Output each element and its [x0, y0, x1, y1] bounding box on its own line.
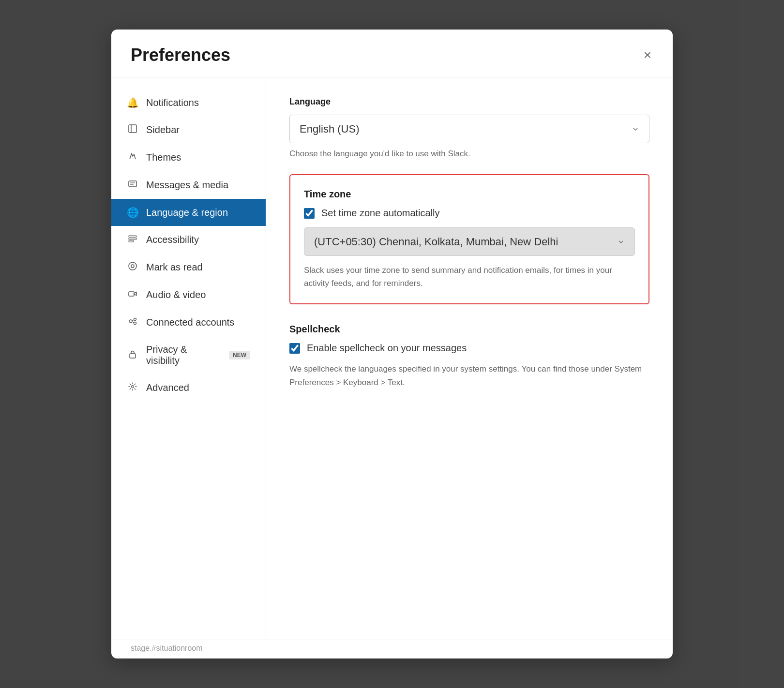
bottom-bar-text: stage.#situationroom: [131, 644, 203, 652]
sidebar-item-advanced[interactable]: Advanced: [111, 374, 266, 402]
svg-rect-0: [129, 125, 136, 133]
timezone-box: Time zone Set time zone automatically (U…: [289, 174, 649, 304]
sidebar-nav: 🔔 Notifications Sidebar: [111, 77, 266, 640]
sidebar-item-privacy-visibility[interactable]: Privacy & visibility NEW: [111, 336, 266, 374]
auto-timezone-row: Set time zone automatically: [304, 208, 635, 219]
sidebar-label-notifications: Notifications: [146, 97, 199, 108]
sidebar-item-mark-as-read[interactable]: Mark as read: [111, 254, 266, 281]
modal-body: 🔔 Notifications Sidebar: [111, 77, 673, 640]
svg-point-11: [129, 320, 132, 323]
privacy-new-badge: NEW: [229, 351, 250, 359]
svg-rect-16: [130, 354, 136, 358]
spellcheck-help-text: We spellcheck the languages specified in…: [289, 362, 649, 389]
messages-media-icon: [127, 179, 138, 191]
modal-title: Preferences: [131, 45, 230, 65]
language-help-text: Choose the language you'd like to use wi…: [289, 149, 649, 159]
svg-rect-6: [129, 238, 136, 239]
accessibility-icon: [127, 234, 138, 246]
sidebar-label-messages-media: Messages & media: [146, 179, 228, 191]
sidebar-label-themes: Themes: [146, 152, 181, 163]
notifications-icon: 🔔: [127, 97, 138, 108]
modal-header: Preferences ×: [111, 30, 673, 77]
sidebar-label-mark-as-read: Mark as read: [146, 262, 203, 273]
language-section-label: Language: [289, 97, 649, 107]
sidebar-item-connected-accounts[interactable]: Connected accounts: [111, 309, 266, 336]
svg-point-17: [132, 386, 134, 388]
svg-point-13: [134, 322, 136, 325]
auto-timezone-checkbox[interactable]: [304, 208, 315, 219]
themes-icon: [127, 151, 138, 164]
mark-as-read-icon: [127, 261, 138, 273]
close-button[interactable]: ×: [642, 46, 653, 64]
sidebar-item-sidebar[interactable]: Sidebar: [111, 116, 266, 144]
svg-rect-2: [129, 181, 136, 187]
sidebar-label-privacy-visibility: Privacy & visibility: [146, 344, 217, 366]
privacy-visibility-icon: [127, 349, 138, 361]
sidebar-item-accessibility[interactable]: Accessibility: [111, 226, 266, 254]
modal-overlay: Preferences × 🔔 Notifications: [0, 0, 784, 688]
sidebar-item-messages-media[interactable]: Messages & media: [111, 171, 266, 199]
sidebar-label-language-region: Language & region: [146, 207, 228, 218]
language-region-icon: 🌐: [127, 207, 138, 218]
svg-rect-10: [129, 292, 134, 296]
sidebar-label-accessibility: Accessibility: [146, 234, 199, 245]
svg-line-15: [132, 322, 134, 323]
content-area: Language English (US) English (UK) Spani…: [266, 77, 673, 640]
svg-point-8: [129, 262, 136, 270]
sidebar-label-audio-video: Audio & video: [146, 289, 206, 300]
language-select[interactable]: English (US) English (UK) Spanish French…: [289, 115, 649, 143]
preferences-modal: Preferences × 🔔 Notifications: [111, 30, 673, 658]
svg-point-12: [134, 318, 136, 321]
sidebar-item-audio-video[interactable]: Audio & video: [111, 281, 266, 309]
spellcheck-label[interactable]: Enable spellcheck on your messages: [307, 343, 467, 354]
auto-timezone-label[interactable]: Set time zone automatically: [321, 208, 440, 219]
sidebar-icon: [127, 124, 138, 136]
timezone-select[interactable]: (UTC+05:30) Chennai, Kolkata, Mumbai, Ne…: [304, 227, 635, 256]
bottom-bar: stage.#situationroom: [111, 640, 673, 658]
sidebar-item-notifications[interactable]: 🔔 Notifications: [111, 89, 266, 116]
spellcheck-row: Enable spellcheck on your messages: [289, 343, 649, 354]
sidebar-label-advanced: Advanced: [146, 382, 189, 393]
timezone-section-title: Time zone: [304, 189, 635, 200]
sidebar-label-sidebar: Sidebar: [146, 124, 180, 135]
svg-rect-7: [129, 240, 134, 242]
sidebar-item-themes[interactable]: Themes: [111, 144, 266, 171]
connected-accounts-icon: [127, 316, 138, 329]
audio-video-icon: [127, 289, 138, 301]
svg-line-14: [132, 320, 134, 321]
timezone-help-text: Slack uses your time zone to send summar…: [304, 264, 635, 290]
sidebar-label-connected-accounts: Connected accounts: [146, 317, 234, 328]
svg-point-9: [131, 265, 134, 268]
svg-rect-5: [129, 236, 136, 237]
advanced-icon: [127, 382, 138, 394]
spellcheck-section-title: Spellcheck: [289, 324, 649, 335]
spellcheck-checkbox[interactable]: [289, 343, 300, 354]
spellcheck-section: Spellcheck Enable spellcheck on your mes…: [289, 324, 649, 389]
sidebar-item-language-region[interactable]: 🌐 Language & region: [111, 199, 266, 226]
